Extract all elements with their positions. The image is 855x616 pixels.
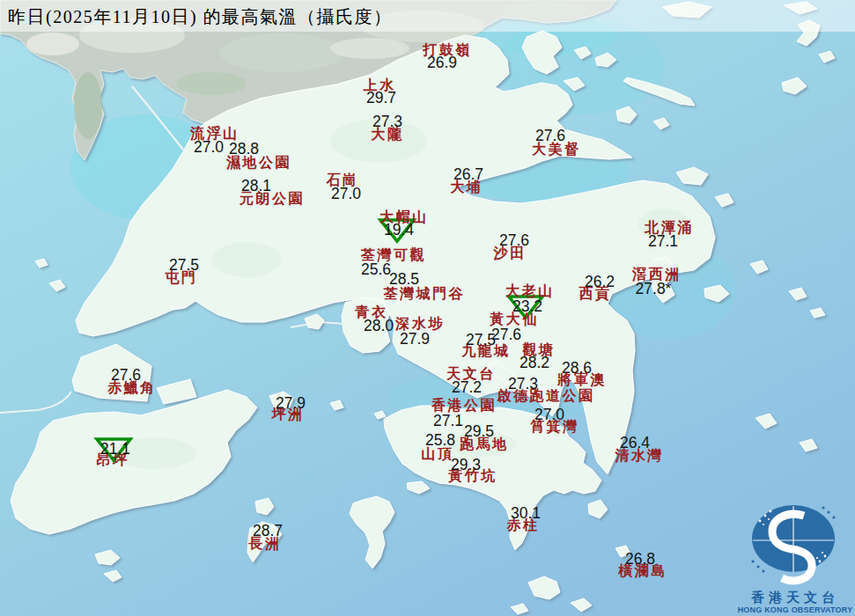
station-value: 23.2 bbox=[512, 299, 542, 315]
station-name-label: 濕地公園 bbox=[226, 156, 291, 170]
station-value: 27.9 bbox=[276, 396, 306, 412]
station-value: 27.6 bbox=[535, 128, 565, 144]
station-value: 27.1 bbox=[433, 414, 463, 429]
station-value: 28.7 bbox=[253, 524, 283, 539]
station-value: 29.5 bbox=[464, 424, 494, 440]
station-value: 27.3 bbox=[508, 377, 538, 392]
station-value: 30.1 bbox=[511, 506, 541, 522]
hko-max-temp-map: 昨日(2025年11月10日) 的最高氣溫（攝氏度） 26.9打鼓嶺29.7上水… bbox=[0, 0, 855, 616]
station-value: 27.0 bbox=[194, 140, 224, 156]
hko-logo-chinese-name: 香港天文台 bbox=[737, 590, 853, 605]
station-value: 27.5 bbox=[169, 258, 199, 274]
station-value: 28.0 bbox=[364, 319, 394, 334]
station-value: 26.8 bbox=[625, 552, 655, 568]
station-value: 27.3 bbox=[372, 114, 402, 130]
hko-logo-icon bbox=[737, 495, 853, 586]
station-value: 28.1 bbox=[241, 179, 271, 194]
station-value: 26.9 bbox=[427, 55, 457, 71]
station-value: 29.3 bbox=[451, 458, 481, 473]
station-value: 25.6 bbox=[361, 262, 391, 278]
station-value: 26.4 bbox=[620, 436, 650, 451]
station-value: 27.6 bbox=[499, 233, 529, 249]
station-value: 28.6 bbox=[562, 361, 592, 377]
station-value: 28.5 bbox=[389, 272, 419, 288]
station-value: 27.6 bbox=[491, 327, 521, 343]
station-value: 21.1 bbox=[100, 442, 130, 458]
station-name-label: 荃灣城門谷 bbox=[384, 287, 466, 301]
station-value: 29.7 bbox=[366, 91, 396, 106]
station-value: 27.8* bbox=[636, 282, 672, 297]
station-value: 19.4 bbox=[384, 223, 414, 238]
station-name-label: 大老山 bbox=[505, 284, 555, 298]
station-value: 27.0 bbox=[534, 407, 564, 423]
station-value: 28.8 bbox=[229, 142, 259, 158]
stations-layer: 26.9打鼓嶺29.7上水27.3大隴27.0流浮山28.8濕地公園28.1元朗… bbox=[0, 0, 855, 616]
station-value: 27.1 bbox=[648, 234, 678, 250]
station-value: 27.6 bbox=[111, 368, 141, 384]
station-value: 28.2 bbox=[520, 356, 549, 371]
hko-logo: 香港天文台 HONG KONG OBSERVATORY bbox=[737, 495, 853, 614]
station-value: 27.2 bbox=[452, 380, 482, 396]
station-name-label: 深水埗 bbox=[395, 317, 445, 331]
station-value: 26.7 bbox=[453, 167, 483, 183]
station-name-label: 大美督 bbox=[532, 143, 581, 157]
station-value: 26.2 bbox=[585, 275, 615, 290]
station-name-label: 香港公園 bbox=[431, 399, 497, 413]
station-value: 27.0 bbox=[331, 187, 361, 202]
station-value: 25.8 bbox=[425, 433, 455, 449]
hko-logo-english-name: HONG KONG OBSERVATORY bbox=[737, 605, 853, 615]
station-name-label: 山頂 bbox=[422, 447, 454, 461]
station-value: 27.5 bbox=[466, 333, 496, 348]
station-value: 27.9 bbox=[400, 332, 430, 348]
